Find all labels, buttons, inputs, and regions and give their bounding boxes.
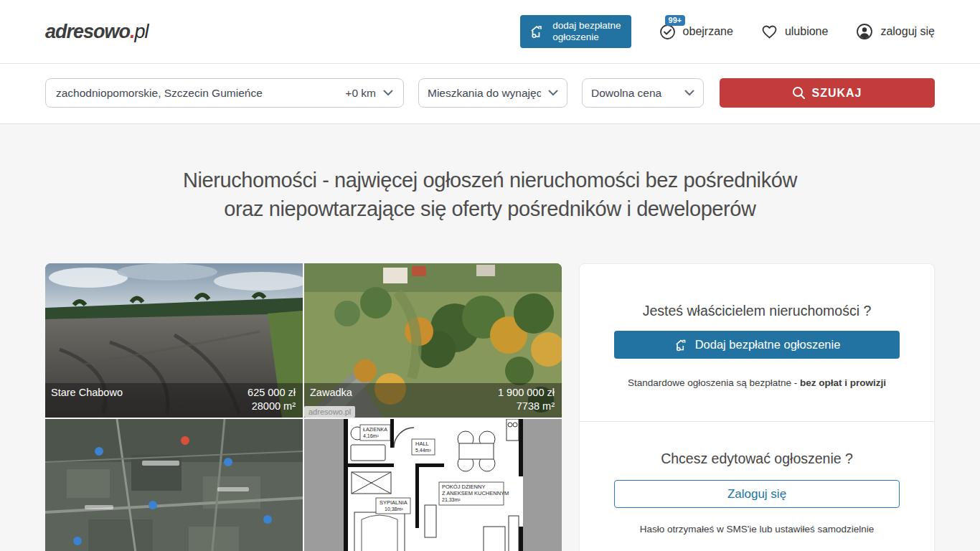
sidebar-login-button[interactable]: Zaloguj się (614, 480, 900, 508)
listings-grid: Stare Chabowo 625 000 zł 28000 m² (45, 263, 562, 551)
logo-name: adresowo (45, 21, 130, 42)
edit-note: Hasło otrzymałeś w SMS'ie lub ustawiłeś … (614, 524, 900, 534)
floorplan-room-area: 10,38m² (385, 507, 403, 512)
house-plus-icon (674, 337, 689, 353)
add-listing-button[interactable]: dodaj bezpłatne ogłoszenie (520, 15, 631, 48)
search-bar: zachodniopomorskie, Szczecin Gumieńce +0… (0, 64, 980, 124)
page-title-line2: oraz niepowtarzające się oferty pośredni… (224, 197, 755, 220)
photo-watermark: adresowo.pl (304, 406, 355, 418)
listing-card[interactable]: ŁAZIENKA 4,16m² HALL 5,44m² POKÓJ DZIENN… (304, 419, 562, 551)
floorplan-room-area: 4,16m² (363, 433, 379, 438)
page-title: Nieruchomości - najwięcej ogłoszeń nieru… (45, 124, 935, 223)
search-button-label: SZUKAJ (811, 87, 862, 100)
heart-icon (760, 23, 778, 41)
header: adresowo.pl dodaj bezpłatne (0, 0, 980, 64)
listing-location: Zawadka (310, 386, 352, 400)
category-select[interactable]: Mieszkania do wynajęc (418, 78, 567, 108)
listing-card[interactable]: adresowo.pl Zawadka 1 900 000 zł 7738 m² (304, 263, 562, 418)
chevron-down-icon (548, 90, 558, 96)
listing-area: 28000 m² (252, 400, 296, 413)
viewed-badge: 99+ (665, 15, 686, 26)
listing-card[interactable]: Wrocław Stare Miasto, ul 2 110 900 zł (45, 419, 303, 551)
floorplan-room-label: ŁAZIENKA (363, 427, 387, 432)
price-select[interactable]: Dowolna cena (582, 78, 704, 108)
logo[interactable]: adresowo.pl (45, 21, 149, 43)
floorplan-room-label2: Z ANEKSEM KUCHENNYM (442, 490, 509, 496)
search-icon (792, 86, 806, 100)
owner-note-normal: Standardowe ogłoszenia są bezpłatne - (628, 377, 800, 388)
listing-price: 625 000 zł (248, 386, 296, 400)
house-plus-icon (529, 23, 546, 40)
floorplan-room-label: POKÓJ DZIENNY (442, 484, 485, 490)
listing-floorplan: ŁAZIENKA 4,16m² HALL 5,44m² POKÓJ DZIENN… (304, 419, 562, 551)
sidebar-add-listing-label: Dodaj bezpłatne ogłoszenie (695, 338, 841, 352)
login-label: zaloguj się (880, 25, 935, 38)
listing-location: Stare Chabowo (51, 386, 123, 400)
sidebar-add-listing-button[interactable]: Dodaj bezpłatne ogłoszenie (614, 331, 900, 359)
add-listing-label-line1: dodaj bezpłatne (552, 20, 621, 31)
floorplan-room-label: HALL (415, 441, 429, 447)
main-content: Nieruchomości - najwięcej ogłoszeń nieru… (0, 124, 980, 551)
category-value: Mieszkania do wynajęc (428, 87, 541, 100)
listing-price: 1 900 000 zł (498, 386, 555, 400)
viewed-label: obejrzane (683, 25, 733, 38)
viewed-link[interactable]: 99+ obejrzane (659, 23, 733, 41)
header-actions: dodaj bezpłatne ogłoszenie 99+ obejrzane (520, 15, 935, 48)
page-title-line1: Nieruchomości - najwięcej ogłoszeń nieru… (183, 169, 797, 192)
search-button[interactable]: SZUKAJ (720, 78, 935, 108)
logo-tld: pl (135, 21, 149, 42)
chevron-down-icon (684, 90, 694, 96)
owner-panel: Jesteś właścicielem nieruchomości ? (579, 263, 935, 551)
listing-caption: Stare Chabowo 625 000 zł 28000 m² (45, 383, 303, 418)
login-link[interactable]: zaloguj się (855, 22, 935, 41)
favorites-link[interactable]: ulubione (760, 23, 829, 41)
listing-area: 7738 m² (517, 400, 555, 413)
floorplan-room-area: 5,44m² (415, 448, 431, 453)
add-listing-label-line2: ogłoszenie (552, 32, 599, 42)
owner-note-bold: bez opłat i prowizji (800, 377, 886, 388)
floorplan-room-area: 21,33m² (442, 497, 461, 502)
location-input[interactable]: zachodniopomorskie, Szczecin Gumieńce +0… (45, 78, 404, 108)
radius-select[interactable]: +0 km (345, 87, 393, 100)
owner-section: Jesteś właścicielem nieruchomości ? (580, 264, 934, 421)
edit-heading: Chcesz edytować ogłoszenie ? (614, 451, 900, 467)
listing-photo-map (45, 419, 303, 551)
chevron-down-icon (383, 90, 393, 96)
owner-note: Standardowe ogłoszenia są bezpłatne - be… (614, 377, 900, 388)
floorplan-room-label: SYPIALNIA (380, 499, 407, 506)
location-value: zachodniopomorskie, Szczecin Gumieńce (56, 87, 263, 100)
radius-value: +0 km (345, 87, 376, 100)
user-icon (855, 22, 874, 41)
edit-section: Chcesz edytować ogłoszenie ? Zaloguj się… (580, 421, 934, 551)
owner-heading: Jesteś właścicielem nieruchomości ? (614, 303, 900, 319)
price-value: Dowolna cena (591, 87, 661, 100)
favorites-label: ulubione (785, 25, 829, 38)
listing-card[interactable]: Stare Chabowo 625 000 zł 28000 m² (45, 263, 303, 418)
